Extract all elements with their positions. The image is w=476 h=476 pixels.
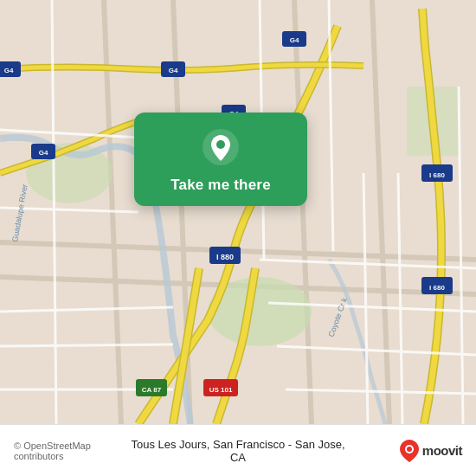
location-pin-icon <box>202 128 240 166</box>
svg-text:G4: G4 <box>4 67 14 74</box>
moovit-logo-icon <box>400 440 419 462</box>
svg-point-48 <box>216 140 225 149</box>
take-me-there-button[interactable]: Take me there <box>170 177 271 194</box>
bottom-bar: © OpenStreetMap contributors Tous Les Jo… <box>0 424 476 476</box>
svg-text:I 880: I 880 <box>216 253 234 261</box>
svg-text:I 680: I 680 <box>429 171 445 179</box>
svg-text:I 680: I 680 <box>429 284 445 292</box>
moovit-logo: moovit <box>355 440 463 462</box>
map-attribution: © OpenStreetMap contributors <box>14 441 122 461</box>
map-svg: I 880 CA 87 US 101 I 680 I 680 G4 G4 <box>0 0 476 424</box>
svg-text:G4: G4 <box>290 36 299 44</box>
svg-point-50 <box>407 447 412 452</box>
popup-card[interactable]: Take me there <box>134 113 307 206</box>
moovit-brand-text: moovit <box>422 443 462 458</box>
svg-text:G4: G4 <box>39 149 48 157</box>
map-container: I 880 CA 87 US 101 I 680 I 680 G4 G4 <box>0 0 476 424</box>
svg-text:CA 87: CA 87 <box>142 386 162 394</box>
place-name: Tous Les Jours, San Francisco - San Jose… <box>131 438 346 464</box>
svg-line-13 <box>0 344 173 346</box>
svg-text:US 101: US 101 <box>209 386 233 394</box>
svg-text:G4: G4 <box>169 67 178 74</box>
